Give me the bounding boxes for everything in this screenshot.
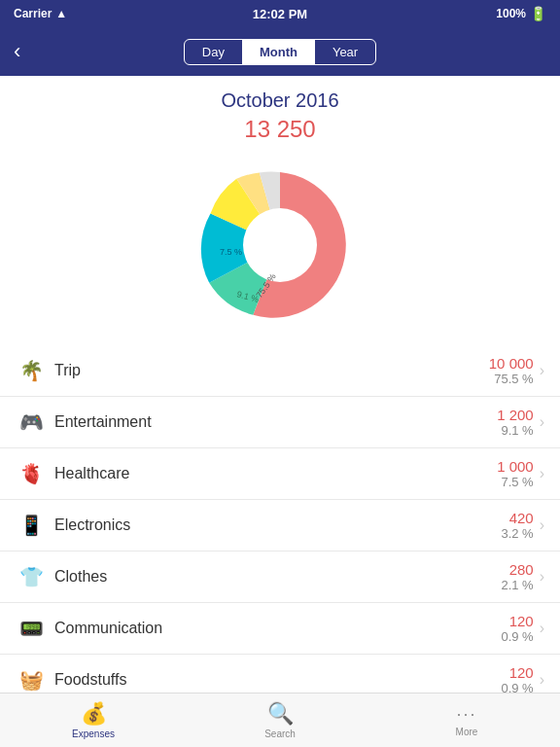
category-amount: 1 000 <box>497 458 534 475</box>
expenses-icon: 💰 <box>81 701 107 727</box>
category-name: Electronics <box>54 516 501 534</box>
category-pct: 0.9 % <box>501 629 533 644</box>
status-carrier: Carrier ▲ <box>14 7 67 20</box>
category-pct: 2.1 % <box>501 578 533 592</box>
chart-svg: 75.5 % 9.1 % 7.5 % <box>183 153 377 338</box>
chevron-right-icon: › <box>540 671 544 689</box>
category-amount: 1 200 <box>497 407 534 423</box>
search-icon: 🔍 <box>267 701 294 727</box>
list-item[interactable]: 📱 Electronics 420 3.2 % › <box>0 500 560 551</box>
category-list: 🌴 Trip 10 000 75.5 % › 🎮 Entertainment 1… <box>0 345 560 693</box>
chevron-right-icon: › <box>540 568 544 586</box>
period-title: October 2016 <box>0 76 560 112</box>
seg-day[interactable]: Day <box>185 40 242 64</box>
category-pct: 7.5 % <box>501 475 533 489</box>
category-name: Foodstuffs <box>54 671 501 689</box>
list-item[interactable]: 🌴 Trip 10 000 75.5 % › <box>0 345 560 397</box>
category-icon: 🧺 <box>16 668 47 692</box>
category-name: Clothes <box>54 568 501 586</box>
back-button[interactable]: ‹ <box>14 39 20 64</box>
list-item[interactable]: 🫀 Healthcare 1 000 7.5 % › <box>0 448 560 500</box>
main-content: October 2016 13 250 75.5 % 9.1 % 7.5 % <box>0 76 560 693</box>
list-item[interactable]: 📟 Communication 120 0.9 % › <box>0 603 560 655</box>
chevron-right-icon: › <box>540 362 544 379</box>
chevron-right-icon: › <box>540 465 544 482</box>
category-pct: 75.5 % <box>494 372 533 386</box>
segment-control: Day Month Year <box>184 39 376 65</box>
list-item[interactable]: 👕 Clothes 280 2.1 % › <box>0 551 560 603</box>
svg-point-0 <box>243 208 317 282</box>
list-item[interactable]: 🎮 Entertainment 1 200 9.1 % › <box>0 397 560 448</box>
category-pct: 0.9 % <box>501 681 533 693</box>
tab-more-label: More <box>456 727 478 737</box>
category-amount: 120 <box>509 664 534 681</box>
chevron-right-icon: › <box>540 413 544 431</box>
category-name: Communication <box>54 620 501 637</box>
status-bar: Carrier ▲ 12:02 PM 100% 🔋 <box>0 0 560 27</box>
category-name: Trip <box>54 362 489 379</box>
tab-search-label: Search <box>264 729 296 739</box>
category-icon: 🫀 <box>16 462 47 485</box>
category-amount: 10 000 <box>489 355 534 372</box>
tab-expenses-label: Expenses <box>72 729 115 739</box>
category-amount: 420 <box>509 510 534 526</box>
total-amount: 13 250 <box>0 116 560 143</box>
category-pct: 3.2 % <box>501 526 533 541</box>
category-pct: 9.1 % <box>501 423 533 438</box>
category-amount: 280 <box>509 561 534 578</box>
tab-more[interactable]: ··· More <box>373 704 560 737</box>
nav-bar: ‹ Day Month Year <box>0 27 560 76</box>
category-icon: 🌴 <box>16 359 47 382</box>
seg-month[interactable]: Month <box>242 40 315 64</box>
category-icon: 📟 <box>16 617 47 640</box>
tab-bar: 💰 Expenses 🔍 Search ··· More <box>0 693 560 747</box>
status-battery: 100% 🔋 <box>496 6 546 21</box>
seg-year[interactable]: Year <box>315 40 375 64</box>
category-icon: 📱 <box>16 514 47 537</box>
tab-expenses[interactable]: 💰 Expenses <box>0 701 187 739</box>
status-time: 12:02 PM <box>253 7 307 21</box>
chevron-right-icon: › <box>540 516 544 534</box>
list-item[interactable]: 🧺 Foodstuffs 120 0.9 % › <box>0 655 560 693</box>
category-icon: 🎮 <box>16 410 47 434</box>
chevron-right-icon: › <box>540 620 544 637</box>
category-name: Healthcare <box>54 465 497 482</box>
category-amount: 120 <box>509 613 534 629</box>
donut-chart: 75.5 % 9.1 % 7.5 % <box>183 153 377 338</box>
more-icon: ··· <box>456 704 476 725</box>
category-icon: 👕 <box>16 565 47 588</box>
tab-search[interactable]: 🔍 Search <box>187 701 373 739</box>
svg-text:7.5 %: 7.5 % <box>220 247 242 257</box>
category-name: Entertainment <box>54 413 497 431</box>
